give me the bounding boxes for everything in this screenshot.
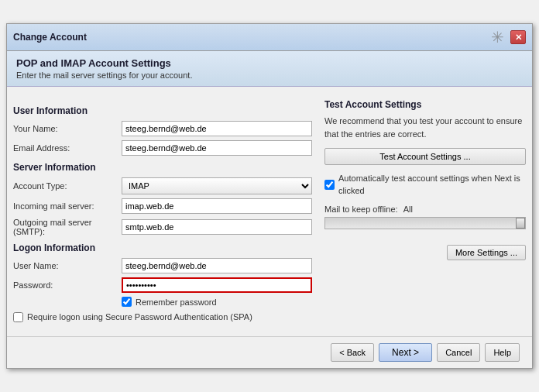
incoming-label: Incoming mail server: <box>13 201 122 211</box>
section-header: POP and IMAP Account Settings Enter the … <box>7 51 532 87</box>
email-row: Email Address: <box>13 140 312 156</box>
slider-container <box>324 217 526 229</box>
back-button[interactable]: < Back <box>331 343 374 362</box>
server-info-title: Server Information <box>13 162 312 173</box>
user-info-title: User Information <box>13 105 312 116</box>
require-logon-row: Require logon using Secure Password Auth… <box>13 311 312 323</box>
your-name-label: Your Name: <box>13 124 122 133</box>
auto-test-checkbox[interactable] <box>324 180 335 190</box>
window-title: Change Account <box>13 32 87 43</box>
remember-password-checkbox[interactable] <box>122 297 132 307</box>
test-account-settings-button[interactable]: Test Account Settings ... <box>324 148 526 165</box>
logon-info-title: Logon Information <box>13 242 312 253</box>
incoming-input[interactable] <box>122 198 312 214</box>
right-panel: Test Account Settings We recommend that … <box>324 99 526 326</box>
account-type-label: Account Type: <box>13 181 122 191</box>
email-label: Email Address: <box>13 143 122 153</box>
main-body: User Information Your Name: Email Addres… <box>7 96 532 329</box>
main-window: Change Account ✳ ✕ POP and IMAP Account … <box>6 23 533 368</box>
right-panel-description: We recommend that you test your account … <box>324 115 526 140</box>
account-type-row: Account Type: IMAP POP3 <box>13 177 312 194</box>
more-settings-button[interactable]: More Settings ... <box>447 245 526 260</box>
title-bar-right: ✳ ✕ <box>491 28 526 46</box>
outgoing-mail-row: Outgoing mail server (SMTP): <box>13 218 312 236</box>
section-subtitle: Enter the mail server settings for your … <box>16 70 523 80</box>
footer: < Back Next > Cancel Help <box>7 336 532 368</box>
offline-label-text: Mail to keep offline: <box>324 205 398 214</box>
title-bar: Change Account ✳ ✕ <box>7 24 532 51</box>
email-input[interactable] <box>122 140 312 156</box>
close-button[interactable]: ✕ <box>510 30 526 44</box>
help-button[interactable]: Help <box>485 343 520 362</box>
username-label: User Name: <box>13 261 122 270</box>
offline-label: Mail to keep offline: All <box>324 205 526 214</box>
incoming-mail-row: Incoming mail server: <box>13 198 312 214</box>
username-input[interactable] <box>122 258 312 273</box>
right-panel-title: Test Account Settings <box>324 99 526 110</box>
cancel-button[interactable]: Cancel <box>437 343 480 362</box>
offline-slider[interactable] <box>324 217 526 229</box>
loading-icon: ✳ <box>491 28 504 46</box>
require-logon-checkbox[interactable] <box>13 312 23 322</box>
remember-password-label: Remember password <box>136 297 217 307</box>
offline-mail-section: Mail to keep offline: All <box>324 205 526 229</box>
username-row: User Name: <box>13 258 312 273</box>
left-panel: User Information Your Name: Email Addres… <box>13 99 312 326</box>
remember-password-row: Remember password <box>122 297 312 307</box>
require-logon-label: Require logon using Secure Password Auth… <box>27 311 252 323</box>
password-input[interactable] <box>122 277 312 293</box>
your-name-input[interactable] <box>122 121 312 136</box>
auto-test-label: Automatically test account settings when… <box>338 173 526 197</box>
next-button[interactable]: Next > <box>379 343 432 362</box>
more-settings-row: More Settings ... <box>324 245 526 260</box>
offline-value-text: All <box>403 205 413 214</box>
auto-test-row: Automatically test account settings when… <box>324 173 526 197</box>
password-label: Password: <box>13 280 122 290</box>
section-title: POP and IMAP Account Settings <box>16 57 523 69</box>
your-name-row: Your Name: <box>13 121 312 136</box>
account-type-select[interactable]: IMAP POP3 <box>122 177 312 194</box>
outgoing-label: Outgoing mail server (SMTP): <box>13 218 122 236</box>
outgoing-input[interactable] <box>122 219 312 235</box>
password-row: Password: <box>13 277 312 293</box>
